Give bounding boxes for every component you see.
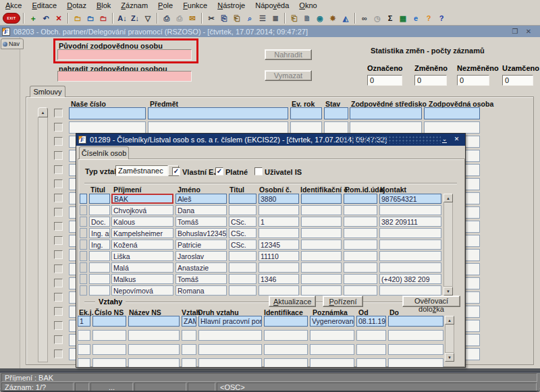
cell-ekj[interactable] xyxy=(78,330,90,341)
aktualizace-button[interactable]: Aktualizace xyxy=(269,296,316,307)
cell-vztah[interactable] xyxy=(182,344,196,355)
stat-value-field[interactable]: 0 xyxy=(502,75,533,86)
cell-titul2[interactable] xyxy=(229,251,256,261)
cell-pom-id[interactable] xyxy=(344,240,377,250)
glasses-icon[interactable]: ∞ xyxy=(358,13,371,24)
row-checkbox[interactable] xyxy=(54,208,63,217)
cell-poznamka[interactable]: Vygenerovano z pu xyxy=(310,316,354,327)
cell-ekj[interactable] xyxy=(78,344,90,355)
row-checkbox[interactable] xyxy=(54,321,63,330)
menu-item[interactable]: Okno xyxy=(299,1,317,11)
cell-titul2[interactable]: CSc. xyxy=(229,228,256,238)
scroll-up-icon[interactable] xyxy=(38,107,48,117)
cell-prijmeni[interactable]: BAK xyxy=(111,194,173,204)
delete-record-icon[interactable]: ✕ xyxy=(53,13,65,24)
row-checkbox[interactable] xyxy=(54,236,63,245)
cell-kontakt[interactable] xyxy=(379,251,441,261)
cell-nazev-ns[interactable] xyxy=(128,344,180,355)
cell-identifikacni-c[interactable] xyxy=(301,205,342,215)
cell-nazev-ns[interactable] xyxy=(128,330,180,341)
cell-nase-cislo[interactable] xyxy=(69,107,146,119)
cell-cislo-ns[interactable] xyxy=(92,330,126,341)
excel-icon[interactable]: ▦ xyxy=(397,13,409,24)
scrollbar-track[interactable] xyxy=(38,117,48,362)
cell-titul2[interactable]: CSc. xyxy=(229,217,256,227)
cell-osobni-c[interactable] xyxy=(259,262,299,273)
dialog-titlebar[interactable]: 01289 - Číselníky/Listval osob s os. a r… xyxy=(76,134,465,146)
cell-pom-id[interactable] xyxy=(344,274,377,284)
cell-identifikacni-c[interactable] xyxy=(301,194,342,204)
row-checkbox[interactable] xyxy=(54,151,63,160)
cell-druh-vztahu[interactable] xyxy=(198,358,262,368)
cell-osobni-c[interactable] xyxy=(259,205,299,215)
cell-jmeno[interactable]: Jaroslav xyxy=(176,251,227,261)
nav-tab[interactable]: Nav xyxy=(1,38,24,49)
cell-do[interactable] xyxy=(388,330,443,341)
cell-ev-rok[interactable] xyxy=(290,107,322,119)
toolbar-icon[interactable] xyxy=(157,13,158,24)
cell-titul2[interactable] xyxy=(229,285,256,296)
row-checkbox[interactable] xyxy=(54,109,63,117)
cell-kontakt[interactable]: 382 209111 xyxy=(379,217,441,227)
cell-vztah[interactable] xyxy=(182,358,196,368)
row-indicator[interactable] xyxy=(80,217,87,227)
row-indicator[interactable] xyxy=(80,240,87,250)
nahradit-button[interactable]: Nahradit xyxy=(265,49,312,60)
cell-identifikacni-c[interactable] xyxy=(301,217,342,227)
globe-icon[interactable]: ◉ xyxy=(314,13,326,24)
toolbar-icon[interactable] xyxy=(112,13,113,24)
cell-prijmeni[interactable]: Kožená xyxy=(111,240,173,250)
cut-icon[interactable]: ✂ xyxy=(205,13,217,24)
scroll-down-icon[interactable] xyxy=(443,287,453,296)
menu-item[interactable]: Nápověda xyxy=(255,1,289,11)
add-record-icon[interactable]: ＋ xyxy=(27,13,39,24)
stat-value-field[interactable]: 0 xyxy=(414,75,447,86)
cell-jmeno[interactable]: Anastazie xyxy=(176,262,227,273)
cell-jmeno[interactable]: Bohuslav123456789 xyxy=(176,228,227,238)
toolbar-icon[interactable] xyxy=(23,13,24,24)
document-icon[interactable]: 🗎 xyxy=(301,13,313,24)
clipboard-icon[interactable]: ⎗ xyxy=(288,13,300,24)
scroll-down-icon[interactable] xyxy=(445,353,454,362)
cell-osoba[interactable] xyxy=(424,121,480,134)
cell-prijmeni[interactable]: Kampelsheimer xyxy=(111,228,173,238)
cell-do[interactable] xyxy=(388,316,443,327)
toolbar-icon[interactable] xyxy=(68,13,69,24)
cell-titul[interactable]: Ing. xyxy=(89,240,110,250)
clock-icon[interactable]: ◷ xyxy=(371,13,383,24)
copy-icon[interactable]: ⎘ xyxy=(218,13,230,24)
overovaci-dolozka-button[interactable]: Ověřovací doložka xyxy=(402,296,460,307)
cell-jmeno[interactable]: Dana xyxy=(176,205,227,215)
cell-identifikace[interactable] xyxy=(264,358,308,368)
cell-prijmeni[interactable]: Kalous xyxy=(111,217,173,227)
help-context-icon[interactable]: ? xyxy=(423,13,435,24)
cell-cislo-ns[interactable] xyxy=(92,344,126,355)
cell-kontakt[interactable] xyxy=(379,228,441,238)
cell-titul2[interactable] xyxy=(229,274,256,284)
cell-predmet[interactable] xyxy=(148,107,288,119)
exit-icon[interactable]: EXIT xyxy=(3,13,20,24)
cell-poznamka[interactable] xyxy=(310,358,354,368)
uzivatel-is-checkbox[interactable] xyxy=(254,167,263,175)
cell-vztah[interactable] xyxy=(182,330,196,341)
cell-pom-id[interactable] xyxy=(344,194,377,204)
cell-osobni-c[interactable]: 1346 xyxy=(259,274,299,284)
block-list-icon[interactable]: ≣ xyxy=(269,13,281,24)
cell-do[interactable] xyxy=(388,344,443,355)
porizeni-button[interactable]: Pořízení xyxy=(323,296,363,307)
cell-predmet[interactable] xyxy=(148,121,288,134)
cell-identifikacni-c[interactable] xyxy=(301,240,342,250)
row-checkbox[interactable] xyxy=(54,137,63,146)
scroll-up-icon[interactable] xyxy=(443,194,453,202)
cell-identifikacni-c[interactable] xyxy=(301,262,342,273)
typ-vztahu-combo[interactable]: Zaměstnanec xyxy=(115,165,168,176)
vymazat-button[interactable]: Vymazat xyxy=(265,70,312,81)
cell-kontakt[interactable] xyxy=(379,205,441,215)
cell-pom-id[interactable] xyxy=(344,205,377,215)
row-checkbox[interactable] xyxy=(54,194,63,202)
cell-identifikacni-c[interactable] xyxy=(301,228,342,238)
cell-prijmeni[interactable]: Nepovímová xyxy=(111,285,173,296)
cell-identifikacni-c[interactable] xyxy=(301,251,342,261)
rollback-record-icon[interactable]: ↶ xyxy=(40,13,52,24)
row-checkbox[interactable] xyxy=(54,349,63,358)
